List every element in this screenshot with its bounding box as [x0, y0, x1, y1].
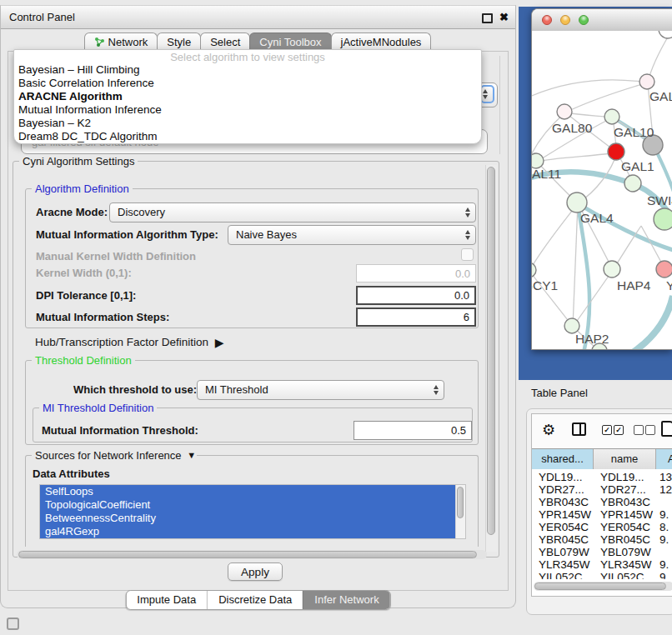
- cell-value: 8.: [659, 521, 669, 533]
- algorithm-option[interactable]: Bayesian – K2: [14, 117, 481, 130]
- which-threshold-combo[interactable]: MI Threshold: [197, 380, 444, 400]
- node-label: GAL1: [621, 159, 654, 173]
- network-node[interactable]: [639, 74, 654, 89]
- network-node-red[interactable]: [608, 143, 624, 160]
- algorithm-option[interactable]: Basic Correlation Inference: [14, 77, 481, 90]
- cell-shared: YPR145W: [539, 508, 591, 521]
- column-header-partial[interactable]: A: [656, 449, 672, 469]
- combo-focused-spinner[interactable]: [480, 85, 494, 103]
- column-header-name[interactable]: name: [594, 449, 656, 469]
- kernel-width-field[interactable]: 0.0: [356, 264, 476, 282]
- node-label: GAL4: [580, 211, 614, 225]
- cell-name: YPR145W: [600, 508, 653, 521]
- apply-button[interactable]: Apply: [228, 562, 283, 581]
- network-node-green[interactable]: [654, 208, 672, 230]
- control-panel-titlebar: Control Panel ✖: [1, 6, 515, 29]
- mi-type-label: Mutual Information Algorithm Type:: [36, 225, 218, 245]
- cyni-algorithm-settings-box: Cyni Algorithm Settings Algorithm Defini…: [13, 161, 499, 558]
- zoom-window-icon[interactable]: [579, 15, 589, 25]
- data-attributes-list[interactable]: SelfLoops TopologicalCoefficient Between…: [39, 484, 466, 539]
- unchecked-box-icon[interactable]: [645, 425, 655, 435]
- columns-icon[interactable]: [572, 422, 586, 436]
- table-row[interactable]: YDL19... YDL19... 13: [532, 471, 672, 483]
- node-label: GAL11: [532, 167, 561, 181]
- network-icon: [94, 37, 105, 48]
- mi-steps-field[interactable]: 6: [356, 308, 476, 327]
- network-node-gal1[interactable]: [624, 175, 641, 192]
- kernel-width-label: Kernel Width (0,1):: [36, 264, 132, 282]
- document-icon[interactable]: [661, 421, 672, 437]
- mi-steps-label: Mutual Information Steps:: [36, 308, 169, 327]
- scrollbar-thumb[interactable]: [534, 582, 666, 590]
- network-node-gal80[interactable]: [557, 104, 572, 119]
- table-row[interactable]: YDR27... YDR27... 12: [532, 483, 672, 496]
- scrollbar-thumb[interactable]: [457, 487, 464, 518]
- table-row[interactable]: YBL079W YBL079W: [532, 546, 672, 558]
- network-node-gal4[interactable]: [567, 192, 587, 212]
- algorithm-option[interactable]: Dream8 DC_TDC Algorithm: [14, 130, 481, 143]
- table-header-row: shared... name A: [532, 448, 672, 470]
- mi-threshold-field[interactable]: 0.5: [354, 421, 472, 440]
- table-row[interactable]: YBR043C YBR043C: [532, 496, 672, 508]
- attribute-item[interactable]: TopologicalCoefficient: [40, 498, 455, 512]
- hub-definition-expander[interactable]: Hub/Transcription Factor Definition ▶: [35, 335, 221, 348]
- table-row[interactable]: YER054C YER054C 8.: [532, 521, 672, 533]
- expand-arrow-icon: ▶: [215, 336, 224, 349]
- close-panel-icon[interactable]: ✖: [499, 9, 509, 25]
- tab-label: Style: [167, 36, 191, 48]
- collapsed-panel-icon[interactable]: [7, 618, 19, 630]
- table-panel-title: Table Panel: [531, 387, 588, 399]
- network-node[interactable]: [659, 31, 672, 38]
- table-horizontal-scrollbar[interactable]: [534, 582, 672, 591]
- attribute-item[interactable]: SelfLoops: [40, 485, 455, 498]
- tab-infer-network[interactable]: Infer Network: [303, 591, 389, 609]
- network-node-gal10[interactable]: [604, 109, 619, 124]
- gear-icon[interactable]: ⚙: [542, 421, 555, 439]
- scrollbar-thumb[interactable]: [487, 167, 495, 535]
- mi-threshold-box-title: MI Threshold Definition: [39, 402, 157, 414]
- close-window-icon[interactable]: [542, 15, 552, 25]
- unchecked-box-icon[interactable]: [634, 425, 644, 435]
- cell-name: YBR045C: [600, 533, 650, 546]
- attribute-item[interactable]: BetweennessCentrality: [40, 512, 455, 525]
- node-label: GAL10: [614, 125, 654, 139]
- network-node-gcy1[interactable]: [532, 262, 536, 278]
- algorithm-option-selected[interactable]: ARACNE Algorithm: [14, 90, 481, 103]
- node-label: SWI4: [647, 193, 672, 208]
- cell-shared: YER054C: [539, 521, 589, 533]
- cell-shared: YBR045C: [539, 533, 589, 546]
- checked-box-icon[interactable]: ✓: [602, 425, 612, 435]
- control-panel-window: Control Panel ✖ Network Style Select Cyn…: [0, 5, 516, 608]
- float-window-icon[interactable]: [482, 13, 493, 23]
- sources-title[interactable]: Sources for Network Inference ▼: [32, 449, 197, 462]
- checked-box-icon[interactable]: ✓: [614, 425, 624, 435]
- aracne-mode-label: Aracne Mode:: [36, 202, 108, 222]
- scrollbar-thumb[interactable]: [18, 551, 477, 558]
- table-row[interactable]: YLR345W YLR345W 9.: [532, 558, 672, 571]
- column-header-shared[interactable]: shared...: [532, 449, 594, 469]
- settings-horizontal-scrollbar[interactable]: [17, 550, 487, 559]
- mi-threshold-box: MI Threshold Definition Mutual Informati…: [33, 408, 473, 442]
- network-node-salmon[interactable]: [656, 261, 672, 278]
- bottom-tab-bar: Impute Data Discretize Data Infer Networ…: [125, 590, 390, 610]
- attribute-item[interactable]: gal4RGexp: [40, 525, 455, 538]
- dpi-tolerance-field[interactable]: 0.0: [356, 286, 476, 305]
- spinner-arrows-icon: [432, 384, 441, 396]
- minimize-window-icon[interactable]: [560, 15, 570, 25]
- network-node-hap4[interactable]: [604, 261, 620, 278]
- cell-shared: YBR043C: [539, 496, 589, 508]
- algorithm-option[interactable]: Bayesian – Hill Climbing: [14, 63, 481, 77]
- algorithm-option[interactable]: Mutual Information Inference: [14, 103, 481, 117]
- mi-type-combo[interactable]: Naive Bayes: [228, 225, 476, 245]
- table-row[interactable]: YBR045C YBR045C 9.: [532, 533, 672, 546]
- table-row[interactable]: YPR145W YPR145W 9.: [532, 508, 672, 521]
- combo-value: Naive Bayes: [236, 228, 297, 241]
- network-window-titlebar[interactable]: [532, 9, 672, 32]
- tab-impute-data[interactable]: Impute Data: [126, 591, 207, 609]
- attribute-list-scrollbar[interactable]: [455, 485, 465, 539]
- manual-kernel-checkbox[interactable]: [461, 248, 474, 261]
- tab-discretize-data[interactable]: Discretize Data: [207, 591, 303, 609]
- table-row[interactable]: YIL052C YIL052C 9.: [532, 571, 672, 579]
- aracne-mode-combo[interactable]: Discovery: [109, 202, 476, 222]
- settings-vertical-scrollbar[interactable]: [485, 165, 497, 552]
